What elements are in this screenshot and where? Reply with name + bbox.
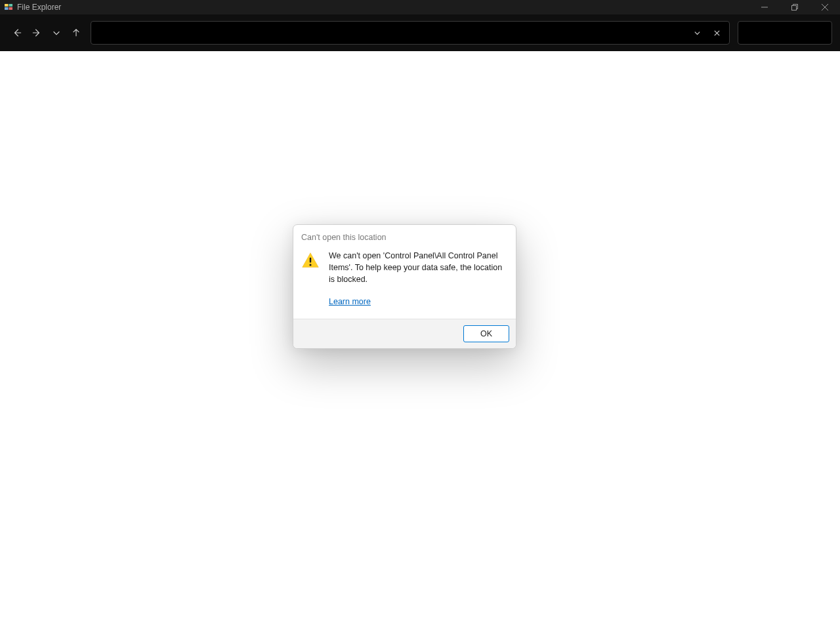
dialog-title: Can't open this location: [293, 225, 516, 246]
navbar: [0, 14, 840, 51]
svg-rect-1: [9, 4, 13, 7]
svg-rect-3: [9, 7, 13, 10]
forward-button[interactable]: [28, 24, 46, 42]
dialog-footer: OK: [293, 319, 516, 348]
address-history-dropdown[interactable]: [687, 24, 707, 42]
warning-icon: [301, 251, 320, 307]
window-title: File Explorer: [17, 3, 749, 12]
learn-more-link[interactable]: Learn more: [329, 297, 371, 306]
error-dialog: Can't open this location We can't open '…: [293, 224, 516, 349]
svg-rect-2: [5, 7, 9, 10]
recent-locations-dropdown[interactable]: [47, 24, 66, 42]
app-icon: [4, 3, 13, 12]
address-clear-button[interactable]: [707, 24, 726, 42]
svg-point-13: [309, 264, 311, 266]
maximize-button[interactable]: [780, 0, 810, 14]
ok-button[interactable]: OK: [463, 325, 509, 342]
close-button[interactable]: [810, 0, 840, 14]
back-button[interactable]: [8, 24, 26, 42]
dialog-content: We can't open 'Control Panel\All Control…: [329, 250, 505, 307]
search-input[interactable]: [744, 28, 840, 38]
up-button[interactable]: [67, 24, 85, 42]
dialog-message: We can't open 'Control Panel\All Control…: [329, 250, 505, 285]
address-input[interactable]: [98, 22, 687, 44]
window-controls: [749, 0, 840, 14]
svg-rect-5: [792, 6, 797, 10]
svg-rect-0: [5, 4, 9, 7]
titlebar: File Explorer: [0, 0, 840, 14]
svg-rect-12: [310, 258, 311, 263]
address-bar[interactable]: [91, 21, 730, 45]
minimize-button[interactable]: [749, 0, 780, 14]
search-bar[interactable]: [738, 21, 832, 45]
